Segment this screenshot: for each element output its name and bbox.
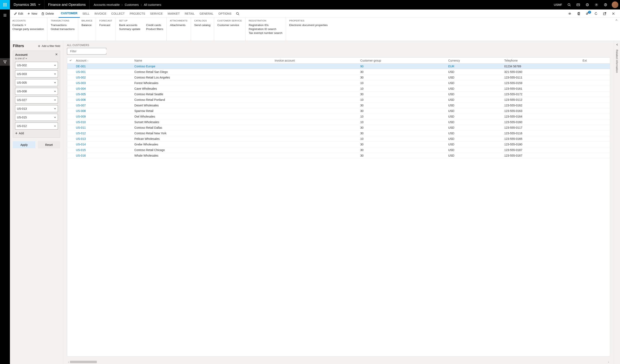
filter-pane-toggle[interactable]	[0, 58, 10, 66]
table-row[interactable]: DE-001Contoso Europe90EUR01234 56789	[67, 64, 610, 69]
messages-button[interactable]	[574, 0, 583, 10]
row-selector[interactable]	[67, 103, 74, 108]
row-selector[interactable]	[67, 97, 74, 103]
cell-account[interactable]: US-010	[74, 119, 132, 125]
cell-account[interactable]: US-013	[74, 136, 132, 142]
global-search-button[interactable]	[565, 0, 574, 10]
row-selector[interactable]	[67, 142, 74, 147]
remove-filter[interactable]	[55, 53, 58, 57]
action-tab-general[interactable]: GENERAL	[197, 10, 216, 18]
ribbon-link[interactable]: Forecast	[99, 24, 110, 27]
action-tab-projects[interactable]: PROJECTS	[127, 10, 148, 18]
cell-account[interactable]: US-001	[74, 69, 132, 75]
table-row[interactable]: US-005Contoso Retail Seattle30USD123-555…	[67, 91, 610, 97]
table-row[interactable]: US-016Whale Wholesales30USD123-555-0167	[67, 153, 610, 159]
action-tab-options[interactable]: OPTIONS	[216, 10, 234, 18]
ribbon-link[interactable]: Customer service	[217, 24, 239, 27]
table-row[interactable]: US-001Contoso Retail San Diego30USD321-5…	[67, 69, 610, 75]
attachments-button[interactable]: 0	[584, 12, 590, 15]
popout-button[interactable]	[602, 12, 608, 15]
filter-value-input[interactable]: US-012	[15, 122, 58, 130]
ribbon-link[interactable]: Contacts	[12, 24, 44, 27]
filter-value-input[interactable]: US-003	[15, 71, 58, 77]
cell-account[interactable]: US-012	[74, 131, 132, 136]
filter-operator[interactable]: is one of	[15, 57, 27, 60]
cell-account[interactable]: US-011	[74, 125, 132, 131]
filter-value-input[interactable]: US-002	[15, 62, 58, 69]
breadcrumb-item[interactable]: Customers	[125, 3, 139, 6]
table-row[interactable]: US-009Owl Wholesales10USD123-555-0164	[67, 114, 610, 119]
ribbon-link[interactable]: Tax exempt number search	[249, 31, 282, 34]
row-selector[interactable]	[67, 136, 74, 142]
legal-entity-picker[interactable]: USMF	[551, 0, 565, 10]
row-selector[interactable]	[67, 80, 74, 86]
edit-button[interactable]: Edit	[12, 10, 25, 18]
scroll-right-icon[interactable]: ›	[607, 360, 610, 364]
ribbon-link[interactable]: Electronic document properties	[289, 24, 328, 27]
add-filter-field[interactable]: Add a filter field	[38, 44, 60, 47]
row-selector[interactable]	[67, 91, 74, 97]
horizontal-scrollbar[interactable]: ‹ ›	[67, 360, 610, 364]
table-row[interactable]: US-013Pelican Wholesales10USD123-555-016…	[67, 136, 610, 142]
ribbon-link[interactable]: Transactions	[51, 24, 75, 27]
action-tab-customer[interactable]: CUSTOMER	[59, 10, 80, 18]
cell-account[interactable]: US-002	[74, 75, 132, 80]
scroll-left-icon[interactable]: ‹	[67, 360, 70, 364]
action-tab-sell[interactable]: SELL	[80, 10, 92, 18]
table-row[interactable]: US-008Sparrow Retail30USD123-555-0163	[67, 108, 610, 114]
ribbon-link[interactable]: Registration IDs	[249, 24, 282, 27]
action-tab-market[interactable]: MARKET	[165, 10, 182, 18]
ribbon-link[interactable]: Product filters	[146, 28, 163, 30]
cell-account[interactable]: US-009	[74, 114, 132, 119]
reset-filters-button[interactable]: Reset	[38, 141, 60, 148]
breadcrumb-item[interactable]: All customers	[144, 3, 161, 6]
table-row[interactable]: US-010Sunset Wholesales10USD123-555-0160	[67, 119, 610, 125]
cell-account[interactable]: US-016	[74, 153, 132, 159]
product-picker[interactable]: Dynamics 365	[10, 0, 45, 10]
table-row[interactable]: US-014Grebe Wholesales30USD123-555-0180	[67, 142, 610, 147]
collapse-ribbon[interactable]	[615, 19, 618, 22]
filter-value-input[interactable]: US-013	[15, 105, 58, 112]
apply-filters-button[interactable]: Apply	[13, 141, 35, 148]
action-tab-retail[interactable]: RETAIL	[182, 10, 197, 18]
column-header[interactable]: Name	[132, 58, 273, 64]
quick-filter[interactable]	[67, 48, 106, 55]
table-row[interactable]: US-002Contoso Retail Los Angeles30USD123…	[67, 75, 610, 80]
settings-button[interactable]	[592, 0, 601, 10]
table-row[interactable]: US-003Forest Wholesales10USD123-555-0159	[67, 80, 610, 86]
row-selector[interactable]	[67, 119, 74, 125]
feedback-button[interactable]	[583, 0, 592, 10]
ribbon-link[interactable]: Send catalog	[194, 24, 211, 27]
cell-account[interactable]: US-004	[74, 86, 132, 91]
column-header[interactable]: Telephone	[502, 58, 580, 64]
ribbon-link[interactable]: Change party association	[12, 28, 44, 30]
table-row[interactable]: US-007Desert Wholesales30USD123-555-0162	[67, 103, 610, 108]
action-search[interactable]	[234, 10, 241, 18]
ribbon-link[interactable]: Bank accounts	[119, 24, 140, 27]
row-selector[interactable]	[67, 147, 74, 153]
quick-filter-input[interactable]	[70, 50, 106, 53]
filter-value-input[interactable]: US-005	[15, 79, 58, 86]
table-row[interactable]: US-006Contoso Retail Portland10USD123-55…	[67, 97, 610, 103]
new-button[interactable]: New	[25, 10, 39, 18]
hamburger-menu[interactable]	[0, 12, 10, 19]
cell-account[interactable]: US-015	[74, 147, 132, 153]
breadcrumb-item[interactable]: Accounts receivable	[94, 3, 120, 6]
row-selector[interactable]	[67, 86, 74, 91]
ribbon-link[interactable]: Summary update	[119, 28, 140, 30]
scrollbar-thumb[interactable]	[70, 361, 97, 363]
row-selector[interactable]	[67, 131, 74, 136]
cell-account[interactable]: DE-001	[74, 64, 132, 69]
row-selector[interactable]	[67, 114, 74, 119]
cell-account[interactable]: US-006	[74, 97, 132, 103]
column-header[interactable]: Account↑	[74, 58, 132, 64]
ribbon-link[interactable]: Balance	[81, 24, 92, 27]
ribbon-link[interactable]: Credit cards	[146, 24, 163, 27]
close-button[interactable]	[610, 12, 616, 15]
column-header[interactable]: Ext	[580, 58, 610, 64]
cell-account[interactable]: US-005	[74, 91, 132, 97]
related-info-toggle[interactable]	[616, 43, 618, 47]
addins-button[interactable]	[567, 12, 573, 15]
select-all-column[interactable]	[67, 58, 74, 64]
action-tab-service[interactable]: SERVICE	[148, 10, 165, 18]
